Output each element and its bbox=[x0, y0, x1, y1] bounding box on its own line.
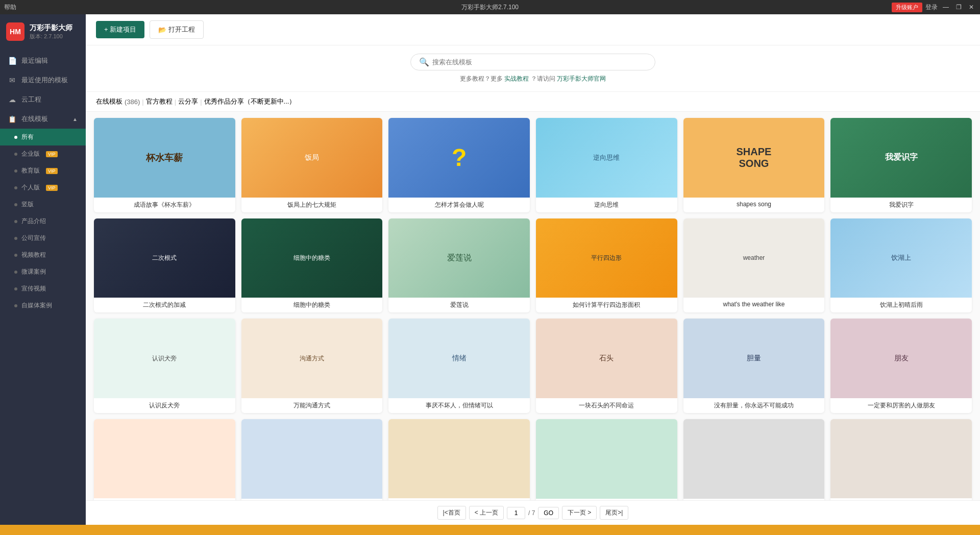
cloud-label: 云工程 bbox=[21, 95, 41, 104]
upgrade-button[interactable]: 升级账户 bbox=[892, 3, 922, 12]
search-input[interactable] bbox=[432, 58, 647, 66]
main-content: + 新建项目 📂 打开工程 🔍 更多教程？更多 实战教程 ？请访问 万彩手影大师… bbox=[86, 14, 980, 525]
template-card[interactable]: 情绪事厌不坏人，但情绪可以 bbox=[388, 319, 530, 413]
sidebar-item-recent-template[interactable]: ✉ 最近使用的模板 bbox=[0, 70, 86, 90]
hint-link-official[interactable]: 万彩手影大师官网 bbox=[557, 75, 606, 82]
sidebar-item-cloud[interactable]: ☁ 云工程 bbox=[0, 90, 86, 109]
template-label: 成语故事《杯水车薪》 bbox=[94, 198, 235, 212]
sub-label-product: 产品介绍 bbox=[21, 217, 46, 226]
template-card[interactable]: 平行四边形如何计算平行四边形面积 bbox=[536, 218, 677, 313]
sidebar-subitem-video-tutorial[interactable]: 视频教程 bbox=[0, 247, 86, 263]
minimize-button[interactable]: — bbox=[941, 4, 951, 11]
template-label: 没有胆量，你永远不可能成功 bbox=[683, 398, 825, 413]
template-grid: 杯水车薪成语故事《杯水车薪》饭局饭局上的七大规矩?怎样才算会做人呢逆向思维逆向思… bbox=[94, 118, 972, 500]
total-pages: / 7 bbox=[528, 509, 535, 517]
template-card[interactable] bbox=[241, 419, 383, 500]
new-project-button[interactable]: + 新建项目 bbox=[96, 21, 144, 38]
sidebar-subitem-micro[interactable]: 微课案例 bbox=[0, 263, 86, 280]
template-card[interactable]: SHAPE SONGshapes song bbox=[683, 118, 825, 212]
tab-online-templates[interactable]: 在线模板 bbox=[96, 97, 122, 106]
tab-official-tutorials[interactable]: 官方教程 bbox=[146, 97, 173, 106]
online-template-icon: 📋 bbox=[8, 115, 16, 123]
sub-dot-product bbox=[14, 220, 17, 223]
sidebar-subitem-education[interactable]: 教育版 VIP bbox=[0, 162, 86, 179]
template-card[interactable]: 石头一块石头的不同命运 bbox=[536, 319, 677, 413]
template-thumbnail: 二次根式 bbox=[94, 218, 235, 298]
close-button[interactable]: ✕ bbox=[967, 4, 976, 11]
hint-prefix: 更多教程？更多 bbox=[460, 75, 503, 82]
prev-page-button[interactable]: < 上一页 bbox=[469, 506, 504, 520]
template-card[interactable] bbox=[536, 419, 677, 500]
template-label: what's the weather like bbox=[683, 298, 825, 311]
hint-link-tutorial[interactable]: 实战教程 bbox=[504, 75, 529, 82]
template-card[interactable]: 细胞中的糖类细胞中的糖类 bbox=[241, 218, 383, 313]
tab-excellent-works[interactable]: 优秀作品分享（不断更新中...） bbox=[204, 97, 296, 106]
template-label: 细胞中的糖类 bbox=[241, 298, 383, 312]
sidebar-subitem-promo[interactable]: 宣传视频 bbox=[0, 280, 86, 297]
sidebar-subitem-product[interactable]: 产品介绍 bbox=[0, 213, 86, 230]
last-page-button[interactable]: 尾页>| bbox=[600, 506, 628, 520]
template-card[interactable]: 杯水车薪成语故事《杯水车薪》 bbox=[94, 118, 235, 212]
sidebar-subitem-media[interactable]: 自媒体案例 bbox=[0, 297, 86, 314]
open-project-button[interactable]: 📂 打开工程 bbox=[150, 20, 204, 39]
template-thumbnail: 认识犬旁 bbox=[94, 319, 235, 398]
template-count-badge: (386) bbox=[125, 98, 140, 106]
template-card[interactable]: 爱莲说爱莲说 bbox=[388, 218, 530, 313]
template-thumbnail: 饭局 bbox=[241, 118, 383, 198]
template-card[interactable]: 认识犬旁认识反犬旁 bbox=[94, 319, 235, 413]
template-card[interactable] bbox=[388, 419, 530, 500]
sidebar-subitem-all[interactable]: 所有 bbox=[0, 129, 86, 145]
template-card[interactable] bbox=[830, 419, 972, 500]
template-card[interactable]: 沟通方式万能沟通方式 bbox=[241, 319, 383, 413]
sidebar-subitem-vertical[interactable]: 竖版 bbox=[0, 196, 86, 213]
sidebar-subitem-personal[interactable]: 个人版 VIP bbox=[0, 179, 86, 196]
sub-label-enterprise: 企业版 bbox=[21, 150, 40, 158]
go-button[interactable]: GO bbox=[538, 507, 559, 519]
cloud-icon: ☁ bbox=[8, 95, 16, 104]
app-version: 版本: 2.7.100 bbox=[30, 33, 72, 40]
maximize-button[interactable]: ❐ bbox=[954, 4, 964, 11]
template-thumbnail: 逆向思维 bbox=[536, 118, 677, 198]
template-card[interactable]: 饭局饭局上的七大规矩 bbox=[241, 118, 383, 212]
template-card[interactable]: 饮湖上饮湖上初晴后雨 bbox=[830, 218, 972, 313]
sub-dot-promo bbox=[14, 287, 17, 290]
app-name: 万彩手影大师 bbox=[30, 23, 72, 33]
template-card[interactable]: weatherwhat's the weather like bbox=[683, 218, 825, 313]
tab-divider-3: | bbox=[200, 98, 202, 106]
sidebar-subitem-company[interactable]: 公司宣传 bbox=[0, 230, 86, 247]
template-label: 认识反犬旁 bbox=[94, 398, 235, 413]
recent-template-label: 最近使用的模板 bbox=[21, 76, 68, 85]
template-thumbnail bbox=[388, 419, 530, 499]
template-label: 万能沟通方式 bbox=[241, 398, 383, 413]
sidebar-subitem-enterprise[interactable]: 企业版 VIP bbox=[0, 145, 86, 162]
template-card[interactable]: 二次根式二次根式的加减 bbox=[94, 218, 235, 313]
first-page-button[interactable]: |<首页 bbox=[437, 506, 466, 520]
template-thumbnail: 细胞中的糖类 bbox=[241, 218, 383, 298]
template-label: 饮湖上初晴后雨 bbox=[830, 298, 972, 312]
template-card[interactable]: ?怎样才算会做人呢 bbox=[388, 118, 530, 212]
sidebar-item-online-template[interactable]: 📋 在线模板 ▲ bbox=[0, 109, 86, 129]
next-page-button[interactable]: 下一页 > bbox=[562, 506, 597, 520]
template-card[interactable] bbox=[683, 419, 825, 500]
sub-label-promo: 宣传视频 bbox=[21, 284, 46, 293]
sidebar-item-recent-edit[interactable]: 📄 最近编辑 bbox=[0, 51, 86, 70]
title-bar-controls: 升级账户 登录 — ❐ ✕ bbox=[892, 3, 976, 12]
sub-label-all: 所有 bbox=[21, 133, 34, 141]
tab-cloud-share[interactable]: 云分享 bbox=[178, 97, 198, 106]
template-card[interactable]: 胆量没有胆量，你永远不可能成功 bbox=[683, 319, 825, 413]
vip-badge-enterprise: VIP bbox=[46, 151, 58, 157]
template-tabs: 在线模板 (386) | 官方教程 | 云分享 | 优秀作品分享（不断更新中..… bbox=[86, 92, 980, 112]
template-card[interactable] bbox=[94, 419, 235, 500]
template-card[interactable]: 我爱识字我爱识字 bbox=[830, 118, 972, 212]
login-button[interactable]: 登录 bbox=[925, 3, 938, 12]
template-card[interactable]: 朋友一定要和厉害的人做朋友 bbox=[830, 319, 972, 413]
folder-icon: 📂 bbox=[158, 26, 166, 34]
sub-dot-vertical bbox=[14, 203, 17, 206]
menu-item-help[interactable]: 帮助 bbox=[4, 3, 16, 12]
template-thumbnail: 石头 bbox=[536, 319, 677, 398]
template-thumbnail: 情绪 bbox=[388, 319, 530, 398]
template-thumbnail: 平行四边形 bbox=[536, 218, 677, 298]
template-card[interactable]: 逆向思维逆向思维 bbox=[536, 118, 677, 212]
page-number-input[interactable] bbox=[507, 507, 525, 519]
search-bar: 🔍 bbox=[410, 54, 655, 70]
